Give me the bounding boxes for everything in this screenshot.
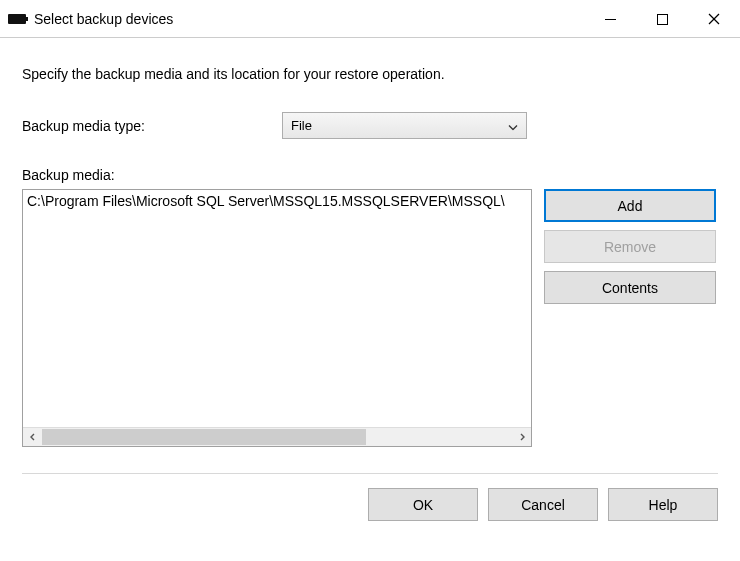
minimize-icon <box>605 14 616 25</box>
chevron-left-icon <box>29 433 37 441</box>
dialog-content: Specify the backup media and its locatio… <box>0 38 740 539</box>
window-controls <box>584 0 740 37</box>
chevron-down-icon <box>508 118 518 133</box>
ok-button[interactable]: OK <box>368 488 478 521</box>
app-icon <box>8 14 26 24</box>
svg-rect-1 <box>657 14 667 24</box>
list-item[interactable]: C:\Program Files\Microsoft SQL Server\MS… <box>27 192 527 210</box>
media-row: C:\Program Files\Microsoft SQL Server\MS… <box>22 189 718 447</box>
media-type-row: Backup media type: File <box>22 112 718 139</box>
media-type-label: Backup media type: <box>22 118 282 134</box>
maximize-icon <box>657 14 668 25</box>
close-button[interactable] <box>688 0 740 38</box>
scroll-thumb[interactable] <box>42 429 366 445</box>
close-icon <box>708 13 720 25</box>
minimize-button[interactable] <box>584 0 636 38</box>
window-title: Select backup devices <box>34 11 584 27</box>
listbox-content: C:\Program Files\Microsoft SQL Server\MS… <box>23 190 531 427</box>
contents-button[interactable]: Contents <box>544 271 716 304</box>
scroll-track[interactable] <box>42 428 512 446</box>
horizontal-scrollbar[interactable] <box>23 427 531 446</box>
maximize-button[interactable] <box>636 0 688 38</box>
backup-media-listbox[interactable]: C:\Program Files\Microsoft SQL Server\MS… <box>22 189 532 447</box>
cancel-button[interactable]: Cancel <box>488 488 598 521</box>
description-text: Specify the backup media and its locatio… <box>22 66 718 82</box>
scroll-left-button[interactable] <box>23 428 42 446</box>
backup-media-label: Backup media: <box>22 167 718 183</box>
titlebar: Select backup devices <box>0 0 740 38</box>
scroll-right-button[interactable] <box>512 428 531 446</box>
chevron-right-icon <box>518 433 526 441</box>
media-type-selected: File <box>291 118 312 133</box>
help-button[interactable]: Help <box>608 488 718 521</box>
media-type-dropdown[interactable]: File <box>282 112 527 139</box>
separator <box>22 473 718 474</box>
dialog-footer: OK Cancel Help <box>22 488 718 521</box>
remove-button: Remove <box>544 230 716 263</box>
side-buttons: Add Remove Contents <box>544 189 716 304</box>
add-button[interactable]: Add <box>544 189 716 222</box>
